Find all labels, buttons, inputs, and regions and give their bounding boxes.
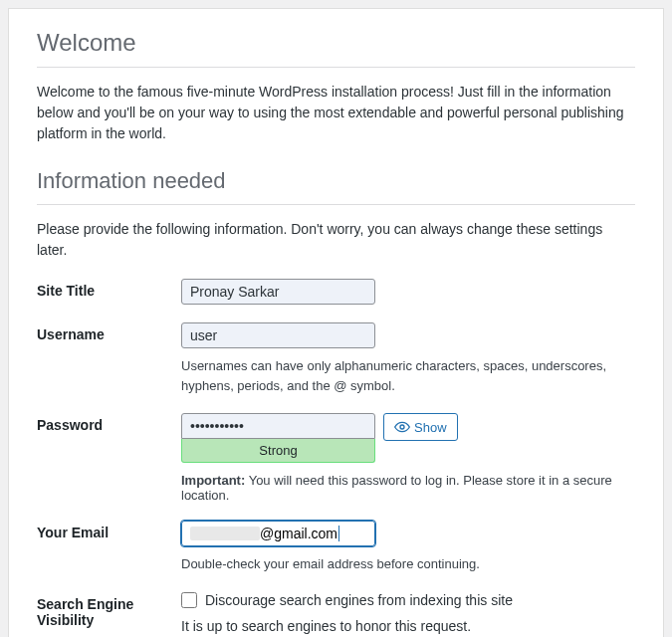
email-label: Your Email — [37, 521, 181, 574]
divider — [37, 67, 635, 68]
email-description: Double-check your email address before c… — [181, 554, 635, 574]
username-input[interactable] — [181, 322, 375, 348]
username-description: Usernames can have only alphanumeric cha… — [181, 356, 635, 395]
password-strength: Strong — [181, 439, 375, 463]
svg-point-0 — [400, 425, 404, 429]
show-password-label: Show — [414, 420, 447, 435]
email-row: Your Email @gmail.com Double-check your … — [37, 521, 635, 574]
install-form-container: Welcome Welcome to the famous five-minut… — [8, 8, 664, 637]
search-visibility-checkbox-label: Discourage search engines from indexing … — [205, 592, 513, 608]
password-important: Important: You will need this password t… — [181, 473, 635, 503]
site-title-label: Site Title — [37, 279, 181, 305]
username-label: Username — [37, 322, 181, 395]
email-input[interactable]: @gmail.com — [181, 521, 375, 546]
info-heading: Information needed — [37, 168, 635, 194]
password-input[interactable] — [181, 413, 375, 439]
welcome-intro: Welcome to the famous five-minute WordPr… — [37, 82, 635, 144]
password-row: Password Strong Show Important: You will… — [37, 413, 635, 503]
email-masked-part — [190, 527, 260, 540]
eye-icon — [394, 419, 410, 435]
site-title-input[interactable] — [181, 279, 375, 305]
email-visible-part: @gmail.com — [260, 526, 337, 541]
info-subintro: Please provide the following information… — [37, 219, 635, 261]
search-visibility-label: Search Engine Visibility — [37, 592, 181, 634]
search-visibility-checkbox[interactable] — [181, 592, 197, 608]
show-password-button[interactable]: Show — [383, 413, 458, 441]
search-visibility-row: Search Engine Visibility Discourage sear… — [37, 592, 635, 634]
site-title-row: Site Title — [37, 279, 635, 305]
welcome-heading: Welcome — [37, 29, 635, 57]
divider — [37, 204, 635, 205]
search-visibility-note: It is up to search engines to honor this… — [181, 618, 635, 634]
password-label: Password — [37, 413, 181, 503]
username-row: Username Usernames can have only alphanu… — [37, 322, 635, 395]
text-caret — [338, 526, 339, 541]
